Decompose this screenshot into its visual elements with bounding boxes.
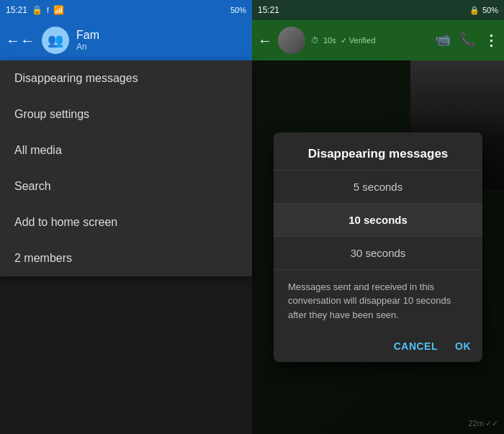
back-icon[interactable]: ←: [6, 32, 35, 49]
menu-item-group-settings[interactable]: Group settings: [0, 96, 252, 132]
dialog-overlay: Disappearing messages 5 seconds 10 secon…: [252, 60, 504, 434]
group-avatar: 👥: [42, 27, 69, 54]
header-action-icons: 📹 📞 ⋮: [435, 32, 498, 49]
right-panel: 15:21 🔒 50% ← ⏱ 10s ✓ Verified 📹 📞 ⋮: [252, 0, 504, 434]
fb-icon: f: [47, 6, 49, 14]
menu-item-all-media[interactable]: All media: [0, 132, 252, 168]
right-status-bar: 15:21 🔒 50%: [252, 0, 504, 20]
option-10-seconds[interactable]: 10 seconds: [274, 203, 482, 236]
timer-icon: ⏱: [311, 36, 319, 45]
option-30-seconds[interactable]: 30 seconds: [274, 236, 482, 269]
dropdown-menu: Disappearing messages Group settings All…: [0, 60, 252, 276]
members-label: 2 members: [0, 240, 252, 276]
dialog-message: Messages sent and received in this conve…: [274, 269, 482, 334]
left-battery: 50%: [230, 6, 246, 14]
phone-icon[interactable]: 📞: [459, 32, 475, 49]
right-battery: 50%: [482, 6, 498, 14]
group-icon: 👥: [48, 32, 63, 48]
disappearing-messages-dialog: Disappearing messages 5 seconds 10 secon…: [274, 132, 482, 363]
menu-item-search[interactable]: Search: [0, 168, 252, 204]
group-name: Fam: [76, 29, 246, 42]
cancel-button[interactable]: CANCEL: [394, 340, 438, 352]
group-sub: An: [76, 42, 246, 52]
lock-icon: 🔒: [32, 5, 42, 15]
header-timer: 10s: [323, 36, 336, 45]
left-status-bar: 15:21 🔒 f 📶 50%: [0, 0, 252, 20]
menu-item-disappearing[interactable]: Disappearing messages: [0, 60, 252, 96]
header-info: Fam An: [76, 29, 246, 52]
right-back-icon[interactable]: ←: [258, 32, 272, 49]
more-icon[interactable]: ⋮: [484, 32, 498, 49]
left-panel: 15:21 🔒 f 📶 50% ← 👥 Fam An Disappearing …: [0, 0, 252, 434]
right-lock-icon: 🔒: [469, 6, 480, 15]
contact-avatar: [278, 27, 305, 54]
right-chat-body: 22m✓✓ Disappearing messages 5 seconds 10…: [252, 60, 504, 434]
right-time: 15:21: [258, 5, 279, 15]
videocam-icon[interactable]: 📹: [435, 32, 451, 49]
ok-button[interactable]: OK: [455, 340, 471, 352]
left-chat-header: ← 👥 Fam An: [0, 20, 252, 60]
left-time: 15:21: [6, 5, 27, 15]
dialog-actions: CANCEL OK: [274, 333, 482, 362]
header-verified: ✓ Verified: [341, 36, 376, 45]
dialog-title: Disappearing messages: [274, 132, 482, 170]
signal-icon: 📶: [53, 5, 64, 15]
option-5-seconds[interactable]: 5 seconds: [274, 170, 482, 203]
menu-item-add-home[interactable]: Add to home screen: [0, 204, 252, 240]
right-header-info: ⏱ 10s ✓ Verified: [311, 36, 429, 45]
right-chat-header: ← ⏱ 10s ✓ Verified 📹 📞 ⋮: [252, 20, 504, 60]
